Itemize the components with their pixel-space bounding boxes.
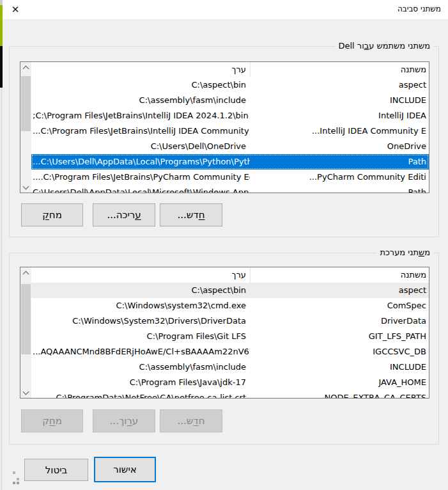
variable-row[interactable]: JAVA_HOME C:\Program Files\Java\jdk-17 xyxy=(31,375,429,390)
scroll-down-icon[interactable] xyxy=(20,182,31,193)
variable-row[interactable]: INCLUDE C:\assembly\fasm\include xyxy=(31,360,429,375)
variable-value-cell: ...C:\Program Files\JetBrains\IntelliJ I… xyxy=(31,123,250,139)
column-header-value[interactable]: ערך xyxy=(31,62,250,77)
variable-value-cell: ...AQAAANCMnd8BFdERjHoAwE/Cl+sBAAAAm22nV… xyxy=(31,344,250,360)
system-variables-list[interactable]: משתנה ערך aspect C:\aspect\bin ComSpec C… xyxy=(20,267,429,399)
variable-name-cell: aspect xyxy=(250,283,429,298)
screen-edge-line xyxy=(1,88,2,490)
screen-edge-sliver-green xyxy=(0,5,3,46)
scroll-up-icon[interactable] xyxy=(20,62,31,73)
variable-name-cell: INCLUDE xyxy=(250,93,429,108)
screen-edge-sliver xyxy=(0,0,3,5)
system-edit-button: ערוך... xyxy=(93,409,155,432)
scrollbar-thumb[interactable] xyxy=(21,284,31,354)
close-button[interactable]: ✕ xyxy=(8,3,23,17)
variable-value-cell: C:\Windows\System32\Drivers\DriverData xyxy=(31,313,250,329)
variable-value-cell: C:\Program Files\Java\jdk-17 xyxy=(31,375,250,390)
user-edit-button[interactable]: עריכה... xyxy=(93,203,155,226)
scroll-up-icon[interactable] xyxy=(20,267,31,278)
variable-value-cell: C:\aspect\bin xyxy=(31,283,250,298)
variable-name-cell: aspect xyxy=(250,77,429,93)
variable-row[interactable]: GIT_LFS_PATH C:\Program Files\Git LFS xyxy=(31,329,429,344)
user-new-button[interactable]: חדש... xyxy=(160,203,222,226)
variable-row[interactable]: IntelliJ IDEA ;C:\Program Files\JetBrain… xyxy=(31,108,429,123)
variable-value-cell: C:\Program Files\Git LFS xyxy=(31,329,250,344)
scrollbar-thumb[interactable] xyxy=(21,76,31,131)
variable-row[interactable]: aspect C:\aspect\bin xyxy=(31,77,429,93)
screen-edge-sliver-black xyxy=(0,46,3,88)
variable-name-cell: DriverData xyxy=(250,313,429,329)
variable-name-cell: ComSpec xyxy=(250,298,429,313)
background-pixel-artifact xyxy=(5,471,15,487)
system-list-header: משתנה ערך xyxy=(31,267,429,283)
variable-value-cell: C:\ProgramData\NetFree\CA\netfree-ca-lis… xyxy=(31,390,250,398)
system-delete-button: מחק xyxy=(21,409,83,432)
environment-variables-dialog: משתני סביבה ✕ משתני משתמש עבור Dell משתנ… xyxy=(0,0,448,490)
column-header-value[interactable]: ערך xyxy=(31,267,250,283)
user-variables-list[interactable]: משתנה ערך aspect C:\aspect\bin INCLUDE C… xyxy=(20,61,429,193)
variable-row[interactable]: IGCCSVC_DB ...AQAAANCMnd8BFdERjHoAwE/Cl+… xyxy=(31,344,429,360)
variable-row[interactable]: Path C:\Users\Dell\AppData\Local\Microso… xyxy=(31,185,429,193)
system-variables-group-label: משתני מערכת xyxy=(376,248,433,257)
title-bar: משתני סביבה ✕ xyxy=(0,0,448,19)
variable-name-cell: Path xyxy=(250,154,429,170)
close-icon: ✕ xyxy=(12,4,20,15)
cancel-button[interactable]: ביטול xyxy=(24,459,88,481)
system-list-scrollbar[interactable] xyxy=(20,267,31,398)
variable-value-cell: ;C:\Program Files\JetBrains\IntelliJ IDE… xyxy=(31,108,250,123)
variable-row[interactable]: ...IntelliJ IDEA Community E ...C:\Progr… xyxy=(31,123,429,139)
system-variables-rows: aspect C:\aspect\bin ComSpec C:\Windows\… xyxy=(31,283,429,398)
variable-value-cell: C:\Windows\system32\cmd.exe xyxy=(31,298,250,313)
variable-name-cell: INCLUDE xyxy=(250,360,429,375)
variable-name-cell: GIT_LFS_PATH xyxy=(250,329,429,344)
variable-name-cell: NODE_EXTRA_CA_CERTS xyxy=(250,390,429,398)
scroll-down-icon[interactable] xyxy=(20,387,31,398)
variable-row[interactable]: ...PyCharm Community Editi ....C:\Progra… xyxy=(31,170,429,185)
variable-value-cell: C:\assembly\fasm\include xyxy=(31,93,250,108)
column-header-variable[interactable]: משתנה xyxy=(250,62,429,77)
variable-value-cell: ...C:\Users\Dell\AppData\Local\Programs\… xyxy=(31,154,250,170)
variable-name-cell: IGCCSVC_DB xyxy=(250,344,429,360)
variable-name-cell: ...PyCharm Community Editi xyxy=(250,170,429,185)
variable-row[interactable]: Path ...C:\Users\Dell\AppData\Local\Prog… xyxy=(31,154,429,170)
variable-value-cell: C:\Users\Dell\OneDrive xyxy=(31,139,250,154)
variable-value-cell: ....C:\Program Files\JetBrains\PyCharm C… xyxy=(31,170,250,185)
variable-row[interactable]: aspect C:\aspect\bin xyxy=(31,283,429,298)
variable-name-cell: Path xyxy=(250,185,429,193)
dialog-title: משתני סביבה xyxy=(398,4,441,13)
user-variables-rows: aspect C:\aspect\bin INCLUDE C:\assembly… xyxy=(31,77,429,193)
variable-value-cell: C:\assembly\fasm\include xyxy=(31,360,250,375)
variable-name-cell: IntelliJ IDEA xyxy=(250,108,429,123)
variable-row[interactable]: OneDrive C:\Users\Dell\OneDrive xyxy=(31,139,429,154)
user-delete-button[interactable]: מחק xyxy=(21,203,83,226)
user-list-header: משתנה ערך xyxy=(31,62,429,77)
variable-name-cell: OneDrive xyxy=(250,139,429,154)
variable-row[interactable]: NODE_EXTRA_CA_CERTS C:\ProgramData\NetFr… xyxy=(31,390,429,398)
variable-row[interactable]: DriverData C:\Windows\System32\Drivers\D… xyxy=(31,313,429,329)
variable-name-cell: JAVA_HOME xyxy=(250,375,429,390)
variable-row[interactable]: ComSpec C:\Windows\system32\cmd.exe xyxy=(31,298,429,313)
user-variables-group-label: משתני משתמש עבור Dell xyxy=(336,41,434,51)
ok-button[interactable]: אישור xyxy=(94,457,156,482)
column-header-variable[interactable]: משתנה xyxy=(250,267,429,283)
variable-value-cell: C:\aspect\bin xyxy=(31,77,250,93)
variable-value-cell: C:\Users\Dell\AppData\Local\Microsoft\Wi… xyxy=(31,185,250,193)
user-list-scrollbar[interactable] xyxy=(20,62,31,193)
variable-name-cell: ...IntelliJ IDEA Community E xyxy=(250,123,429,139)
system-new-button: חדש... xyxy=(160,409,222,432)
variable-row[interactable]: INCLUDE C:\assembly\fasm\include xyxy=(31,93,429,108)
